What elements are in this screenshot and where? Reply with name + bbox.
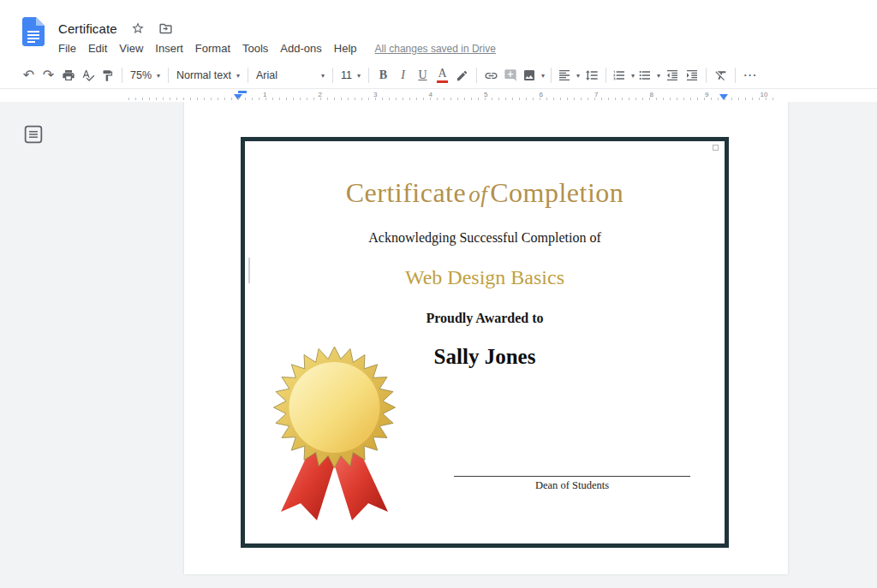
zoom-select[interactable]: 75% ▾ bbox=[127, 65, 164, 86]
highlight-color-button[interactable] bbox=[452, 65, 472, 86]
toolbar-separator bbox=[368, 68, 369, 83]
ruler-tick bbox=[176, 98, 177, 100]
menu-tools[interactable]: Tools bbox=[236, 40, 274, 56]
font-size-select[interactable]: 11 ▾ bbox=[337, 65, 364, 86]
ruler-tick bbox=[622, 98, 623, 100]
ruler-tick bbox=[574, 98, 575, 100]
toolbar-separator bbox=[606, 68, 606, 83]
star-button[interactable] bbox=[131, 21, 145, 35]
menu-help[interactable]: Help bbox=[328, 40, 363, 56]
undo-icon: ↶ bbox=[23, 68, 34, 82]
spellcheck-button[interactable] bbox=[78, 65, 98, 86]
add-comment-button[interactable] bbox=[501, 65, 521, 86]
resize-handle[interactable] bbox=[713, 145, 719, 151]
menu-insert[interactable]: Insert bbox=[149, 40, 189, 56]
chevron-down-icon: ▾ bbox=[357, 72, 361, 80]
toolbar-separator bbox=[476, 68, 477, 83]
google-docs-logo[interactable] bbox=[22, 17, 45, 46]
award-medal-image bbox=[272, 341, 397, 525]
align-button[interactable]: ▾ bbox=[556, 65, 582, 86]
certificate-image[interactable]: CertificateofCompletion Acknowledging Su… bbox=[241, 137, 729, 548]
indent-increase-icon bbox=[685, 68, 699, 82]
line-spacing-button[interactable] bbox=[582, 65, 601, 86]
align-left-icon bbox=[558, 68, 571, 82]
toolbar-separator bbox=[551, 68, 552, 83]
bulleted-list-button[interactable]: ▾ bbox=[636, 65, 662, 86]
ruler-tick bbox=[718, 98, 719, 100]
chevron-down-icon: ▾ bbox=[236, 72, 240, 80]
ruler-number: 4 bbox=[429, 91, 433, 98]
ruler-tick bbox=[471, 98, 472, 100]
bulleted-list-icon bbox=[638, 68, 652, 82]
font-size-value: 11 bbox=[341, 69, 352, 81]
italic-button[interactable]: I bbox=[393, 65, 413, 86]
menu-file[interactable]: File bbox=[52, 40, 82, 56]
certificate-title: CertificateofCompletion bbox=[245, 177, 725, 209]
ruler-tick bbox=[142, 98, 143, 100]
paint-roller-icon bbox=[101, 69, 114, 82]
toolbar-separator bbox=[248, 68, 248, 83]
move-to-folder-button[interactable] bbox=[158, 21, 173, 36]
ruler-tick bbox=[608, 98, 609, 100]
decrease-indent-button[interactable] bbox=[662, 65, 682, 86]
paint-format-button[interactable] bbox=[98, 65, 117, 86]
insert-link-button[interactable] bbox=[481, 65, 501, 86]
font-select[interactable]: Arial ▾ bbox=[253, 65, 328, 86]
chevron-down-icon: ▾ bbox=[321, 72, 325, 80]
italic-icon: I bbox=[401, 68, 405, 82]
ruler-tick bbox=[307, 98, 307, 100]
more-icon: ⋯ bbox=[743, 68, 757, 82]
redo-button[interactable]: ↷ bbox=[39, 65, 58, 86]
ruler-tick bbox=[348, 98, 349, 100]
ruler-tick bbox=[444, 98, 444, 100]
highlighter-icon bbox=[456, 69, 468, 82]
ruler-number: 10 bbox=[761, 91, 768, 98]
numbered-list-button[interactable]: ▾ bbox=[611, 65, 636, 86]
ruler-tick bbox=[279, 98, 280, 100]
document-title[interactable]: Certificate bbox=[58, 21, 117, 36]
ruler-tick bbox=[423, 98, 424, 100]
first-line-indent-marker[interactable] bbox=[238, 91, 247, 93]
bold-button[interactable]: B bbox=[373, 65, 393, 86]
more-options-button[interactable]: ⋯ bbox=[740, 65, 760, 86]
right-indent-marker[interactable] bbox=[719, 94, 728, 100]
ruler-tick bbox=[683, 98, 684, 100]
menu-edit[interactable]: Edit bbox=[82, 40, 113, 56]
menu-view[interactable]: View bbox=[113, 40, 149, 56]
menu-addons[interactable]: Add-ons bbox=[274, 40, 327, 56]
ruler-tick bbox=[738, 98, 739, 100]
ruler-tick bbox=[170, 98, 170, 100]
ruler-tick bbox=[409, 98, 410, 100]
ruler-tick bbox=[752, 98, 753, 100]
undo-button[interactable]: ↶ bbox=[19, 65, 39, 86]
ruler-tick bbox=[498, 98, 499, 100]
ruler-tick bbox=[163, 98, 164, 100]
text-color-button[interactable]: A bbox=[433, 65, 452, 86]
document-page[interactable]: CertificateofCompletion Acknowledging Su… bbox=[184, 102, 788, 574]
ruler-tick bbox=[286, 98, 287, 100]
show-outline-button[interactable] bbox=[24, 125, 43, 144]
bold-icon: B bbox=[379, 68, 387, 82]
paragraph-style-select[interactable]: Normal text ▾ bbox=[173, 65, 243, 86]
menu-format[interactable]: Format bbox=[189, 40, 236, 56]
ruler-tick bbox=[457, 98, 458, 100]
insert-image-button[interactable]: ▾ bbox=[521, 65, 546, 86]
ruler: 12345678910 bbox=[0, 89, 877, 102]
ruler-tick bbox=[690, 98, 691, 100]
clear-formatting-icon bbox=[714, 68, 728, 82]
font-value: Arial bbox=[256, 69, 277, 81]
comment-icon bbox=[504, 68, 517, 82]
ruler-tick bbox=[259, 98, 260, 100]
increase-indent-button[interactable] bbox=[682, 65, 701, 86]
ruler-tick bbox=[731, 98, 732, 100]
toolbar-separator bbox=[122, 68, 122, 83]
chevron-down-icon: ▾ bbox=[657, 72, 660, 80]
ruler-tick bbox=[663, 98, 664, 100]
save-status-link[interactable]: All changes saved in Drive bbox=[375, 43, 496, 55]
document-canvas: CertificateofCompletion Acknowledging Su… bbox=[0, 102, 877, 588]
print-button[interactable] bbox=[58, 65, 78, 86]
ruler-tick bbox=[437, 98, 438, 100]
clear-formatting-button[interactable] bbox=[711, 65, 731, 86]
underline-button[interactable]: U bbox=[413, 65, 433, 86]
ruler-tick bbox=[677, 98, 677, 100]
